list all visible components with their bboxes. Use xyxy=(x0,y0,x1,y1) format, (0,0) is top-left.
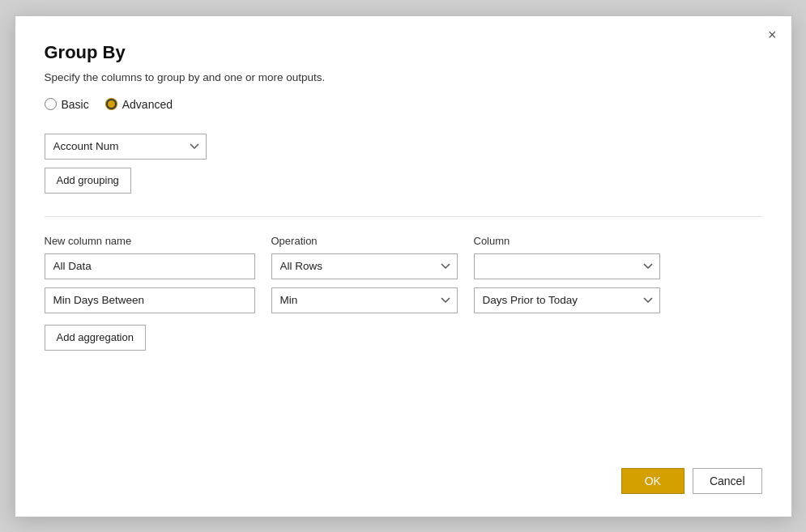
agg-column-select-1[interactable]: Days Prior to Today Account Num xyxy=(474,253,660,279)
col-header-operation: Operation xyxy=(271,235,458,247)
basic-radio-label: Basic xyxy=(62,98,89,111)
col-header-name: New column name xyxy=(45,235,255,247)
grouping-section: Account Num Add grouping xyxy=(45,134,762,194)
agg-name-input-1[interactable] xyxy=(45,253,255,279)
grouping-row: Account Num xyxy=(45,134,762,160)
close-button[interactable]: × xyxy=(768,28,777,42)
dialog-subtitle: Specify the columns to group by and one … xyxy=(45,71,762,83)
agg-row-2: All Rows Sum Average Min Max Count Days … xyxy=(45,287,762,313)
agg-row-1: All Rows Sum Average Min Max Count Days … xyxy=(45,253,762,279)
agg-operation-select-2[interactable]: All Rows Sum Average Min Max Count xyxy=(271,287,458,313)
section-divider xyxy=(45,216,762,217)
add-aggregation-button[interactable]: Add aggregation xyxy=(45,325,146,351)
add-grouping-row: Add grouping xyxy=(45,168,762,194)
cancel-button[interactable]: Cancel xyxy=(693,468,762,494)
ok-button[interactable]: OK xyxy=(621,468,684,494)
agg-operation-select-1[interactable]: All Rows Sum Average Min Max Count xyxy=(271,253,458,279)
advanced-radio-label: Advanced xyxy=(122,98,173,111)
dialog-footer: OK Cancel xyxy=(45,444,762,494)
advanced-radio[interactable] xyxy=(105,98,117,110)
mode-radio-group: Basic Advanced xyxy=(45,98,762,111)
agg-column-select-2[interactable]: Days Prior to Today Account Num xyxy=(474,287,660,313)
add-aggregation-row: Add aggregation xyxy=(45,325,762,351)
grouping-column-select[interactable]: Account Num xyxy=(45,134,207,160)
basic-radio-option[interactable]: Basic xyxy=(45,98,89,111)
agg-name-input-2[interactable] xyxy=(45,287,255,313)
basic-radio[interactable] xyxy=(45,98,57,110)
col-header-column: Column xyxy=(474,235,660,247)
group-by-dialog: × Group By Specify the columns to group … xyxy=(15,15,792,517)
add-grouping-button[interactable]: Add grouping xyxy=(45,168,131,194)
agg-headers: New column name Operation Column xyxy=(45,235,762,247)
advanced-radio-option[interactable]: Advanced xyxy=(105,98,173,111)
aggregation-grid: New column name Operation Column All Row… xyxy=(45,235,762,351)
dialog-title: Group By xyxy=(45,42,762,63)
